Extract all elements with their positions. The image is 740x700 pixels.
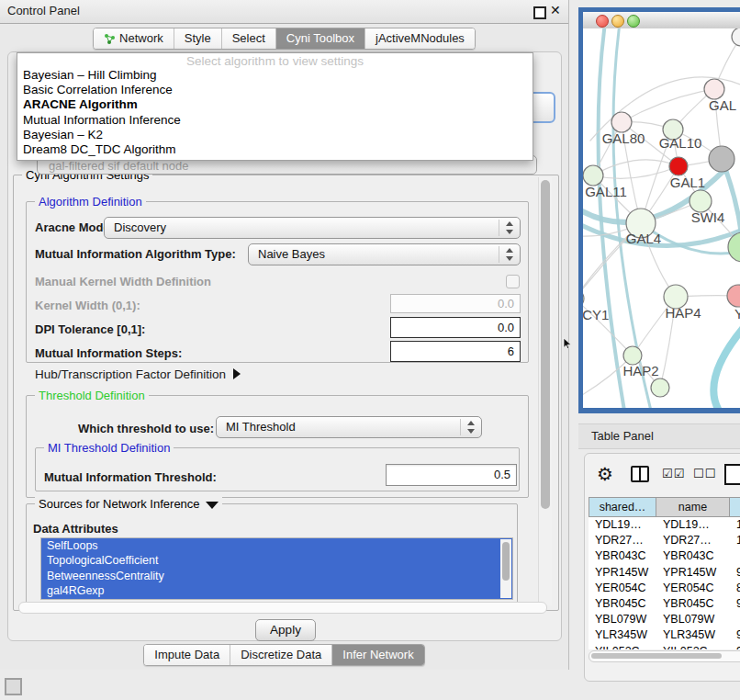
bottom-tab-impute-data[interactable]: Impute Data: [144, 645, 230, 665]
settings-scrollbar[interactable]: [538, 177, 552, 605]
bottom-tab-discretize-data[interactable]: Discretize Data: [230, 645, 332, 665]
table-row[interactable]: YBL079WYBL079W: [589, 612, 740, 627]
zoom-traffic-light-icon[interactable]: [627, 15, 640, 28]
mi-type-combo[interactable]: Naive Bayes: [248, 243, 521, 265]
network-node[interactable]: [709, 146, 734, 172]
algorithm-option[interactable]: Mutual Information Inference: [17, 113, 533, 128]
network-node-gal11[interactable]: [583, 165, 603, 186]
close-traffic-light-icon[interactable]: [596, 15, 609, 28]
settings-horizontal-scrollbar[interactable]: [18, 602, 547, 614]
network-node-label: GCY1: [583, 307, 609, 322]
table-row[interactable]: YIL052CYIL052C9: [589, 644, 740, 650]
table-column-header[interactable]: shared…: [589, 497, 656, 517]
data-attribute-item[interactable]: TopologicalCoefficient: [41, 553, 512, 568]
control-panel-titlebar[interactable]: Control Panel ✕: [0, 0, 568, 24]
table-cell: YER054C: [656, 581, 730, 596]
table-row[interactable]: YPR145WYPR145W9.: [589, 565, 740, 581]
data-attribute-item[interactable]: SelfLoops: [41, 538, 512, 553]
network-node[interactable]: [732, 28, 740, 46]
network-edge[interactable]: [593, 160, 678, 175]
mi-threshold-field[interactable]: 0.5: [386, 464, 517, 486]
combo-stepper-icon[interactable]: [505, 221, 513, 234]
tab-select[interactable]: Select: [222, 28, 276, 49]
manual-kernel-checkbox[interactable]: [506, 275, 520, 288]
combo-stepper-icon[interactable]: [505, 248, 513, 261]
data-attributes-list[interactable]: SelfLoopsTopologicalCoefficientBetweenne…: [40, 537, 513, 600]
hub-definition-toggle[interactable]: Hub/Transcription Factor Definition: [35, 367, 241, 381]
settings-scrollbar-thumb[interactable]: [541, 180, 550, 509]
table-row[interactable]: YBR043CYBR043C: [589, 548, 740, 564]
attributes-list-scrollbar-thumb[interactable]: [502, 542, 510, 581]
panel-grip-icon[interactable]: [5, 678, 22, 695]
aracne-mode-label: Aracne Mode:: [35, 220, 114, 234]
table-column-header[interactable]: A: [730, 497, 740, 517]
network-node[interactable]: [651, 378, 669, 397]
table-panel-title: Table Panel: [591, 429, 654, 443]
table-cell: 9.: [730, 565, 740, 581]
deselect-all-icon[interactable]: ☐☐: [693, 467, 716, 480]
data-attributes-label: Data Attributes: [33, 522, 118, 536]
kernel-width-field[interactable]: 0.0: [390, 294, 521, 313]
table-cell: YBR045C: [656, 596, 730, 612]
table-cell: 9.: [730, 627, 740, 643]
combo-stepper-icon[interactable]: [466, 421, 475, 434]
table-column-header[interactable]: name: [656, 497, 730, 517]
network-edge[interactable]: [599, 28, 624, 408]
network-node-gal80[interactable]: [611, 112, 632, 132]
table-panel-header[interactable]: Table Panel: [578, 423, 740, 449]
bottom-tab-label: Infer Network: [342, 645, 413, 665]
network-node-hap2[interactable]: [623, 346, 642, 365]
network-node-gcy1[interactable]: [583, 289, 584, 308]
attributes-list-scrollbar[interactable]: [500, 539, 511, 598]
aracne-mode-combo[interactable]: Discovery: [104, 217, 521, 239]
table-row[interactable]: YER054CYER054C8.: [589, 581, 740, 596]
network-node-gal[interactable]: [704, 79, 724, 99]
network-edge[interactable]: [713, 324, 740, 408]
data-attribute-item[interactable]: gal4RGexp: [41, 583, 512, 598]
network-edge[interactable]: [593, 166, 678, 178]
table-horizontal-scrollbar[interactable]: [589, 650, 740, 662]
table-cell: YDL19…: [589, 517, 656, 533]
table-row[interactable]: YBR045CYBR045C9.: [589, 596, 740, 612]
network-edge[interactable]: [622, 89, 714, 122]
network-tab-icon: [104, 33, 116, 45]
table-row[interactable]: YLR345WYLR345W9.: [589, 627, 740, 643]
table-cell: 12: [730, 533, 740, 548]
table-hscroll-thumb[interactable]: [591, 653, 722, 659]
network-window-titlebar[interactable]: [583, 12, 740, 29]
restore-window-icon[interactable]: [533, 6, 546, 19]
gear-icon[interactable]: ⚙: [597, 465, 613, 483]
tab-cyni-toolbox[interactable]: Cyni Toolbox: [276, 28, 365, 49]
screen: Control Panel ✕ NetworkStyleSelectCyni T…: [0, 0, 740, 700]
tab-network[interactable]: Network: [94, 28, 174, 49]
algorithm-option[interactable]: Basic Correlation Inference: [17, 83, 533, 97]
which-threshold-value: MI Threshold: [226, 420, 296, 434]
table-cell: YBR043C: [589, 548, 656, 564]
algorithm-option[interactable]: ARACNE Algorithm: [17, 97, 533, 112]
tab-jactivemnodules[interactable]: jActiveMNodules: [365, 28, 475, 49]
algorithm-option[interactable]: Bayesian – K2: [17, 128, 533, 142]
close-window-icon[interactable]: ✕: [550, 3, 561, 17]
new-table-icon[interactable]: [724, 464, 740, 485]
table-row[interactable]: YDL19…YDL19…13: [589, 517, 740, 533]
network-canvas[interactable]: GALGAL80GAL10GAL11GAL1SWI4GAL4GCY1HAP4YH…: [583, 28, 740, 408]
network-node-label: GAL: [709, 97, 736, 113]
table-cell: [730, 548, 740, 564]
mi-steps-field[interactable]: 6: [390, 341, 521, 362]
minimize-traffic-light-icon[interactable]: [611, 15, 624, 28]
columns-icon[interactable]: [631, 466, 649, 482]
bottom-tab-infer-network[interactable]: Infer Network: [332, 645, 423, 665]
dpi-tolerance-field[interactable]: 0.0: [390, 317, 521, 338]
algorithm-option[interactable]: Bayesian – Hill Climbing: [17, 68, 533, 83]
network-node-y[interactable]: [727, 285, 740, 307]
apply-button[interactable]: Apply: [255, 619, 316, 641]
network-node-gal1[interactable]: [669, 157, 688, 175]
table-row[interactable]: YDR27…YDR27…12: [589, 533, 740, 548]
data-attribute-item[interactable]: BetweennessCentrality: [41, 569, 512, 583]
tab-style[interactable]: Style: [174, 28, 222, 49]
select-all-icon[interactable]: ☑☑: [662, 467, 685, 480]
which-threshold-combo[interactable]: MI Threshold: [216, 416, 482, 438]
algorithm-option[interactable]: Dream8 DC_TDC Algorithm: [17, 142, 533, 157]
combo-divider: [499, 246, 499, 263]
collapse-down-icon[interactable]: [206, 502, 219, 509]
